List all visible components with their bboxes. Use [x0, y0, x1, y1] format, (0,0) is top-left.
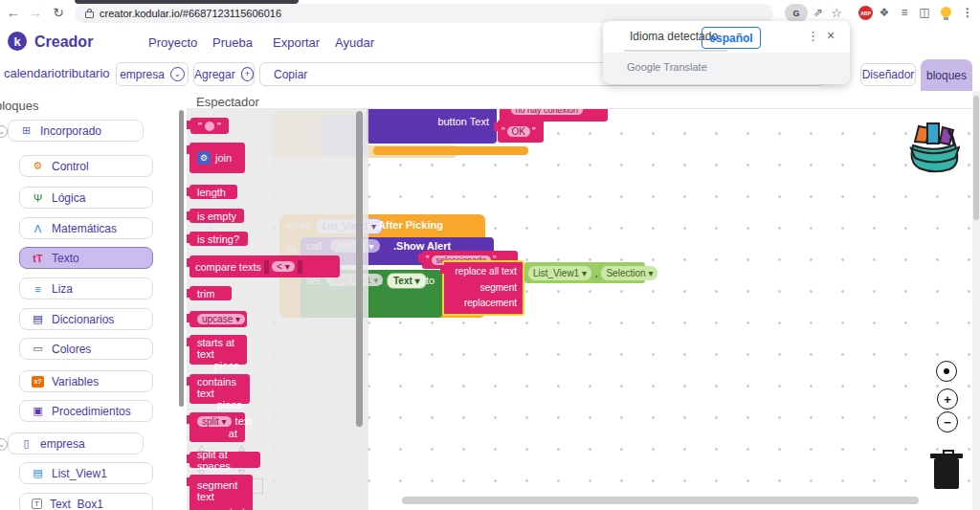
sidebar-item-text-box1[interactable]: T Text_Box1	[19, 493, 153, 510]
kodular-logo[interactable]: k	[8, 32, 27, 51]
replace-label: replace all text	[456, 266, 517, 277]
text-string-block[interactable]: " OK "	[498, 120, 544, 143]
sidebar-item-procedimientos[interactable]: ▣ Procedimientos	[19, 400, 153, 422]
flyout-length-block[interactable]: length	[189, 185, 237, 199]
menu-prueba[interactable]: Prueba	[212, 35, 253, 50]
operator-dropdown[interactable]: < ▾	[272, 261, 295, 272]
translate-options-kebab-icon[interactable]: ⋮	[807, 29, 819, 43]
sidebar-item-label: Diccionarios	[52, 313, 114, 326]
sidebar-item-label: Colores	[52, 343, 91, 356]
property-dropdown[interactable]: Selection ▾	[601, 266, 657, 280]
logic-icon: Ψ	[32, 192, 44, 204]
flyout-empty-string-block[interactable]: " "	[190, 118, 229, 134]
blocks-view-tab[interactable]: bloques	[921, 59, 972, 91]
zoom-in-button[interactable]: +	[937, 388, 958, 410]
sidebar-item-label: Matemáticas	[52, 222, 117, 235]
blocks-workspace[interactable]: title button Text " no hay conexión " " …	[187, 108, 980, 510]
quote-mark: "	[532, 126, 536, 137]
dropdown-value: <	[277, 261, 282, 272]
flyout-compare-texts-block[interactable]: compare texts < ▾	[189, 255, 340, 277]
flyout-trim-block[interactable]: trim	[189, 286, 232, 300]
split-dropdown[interactable]: split ▾	[197, 416, 232, 427]
copy-screen-label: Copiar	[274, 68, 307, 81]
flyout-join-block[interactable]: ⚙ join	[189, 143, 245, 173]
workspace-horizontal-scrollbar[interactable]	[402, 497, 919, 504]
screen-selector-button[interactable]: empresa ⌄	[116, 62, 189, 86]
block-label: piece	[197, 360, 239, 371]
component-dropdown[interactable]: List_View1 ▾	[528, 266, 591, 280]
flyout-starts-at-block[interactable]: starts at text piece	[189, 335, 247, 365]
google-translate-popup: Idioma detectado español ⋮ × Google Tran…	[603, 21, 850, 84]
menu-ayudar[interactable]: Ayudar	[335, 35, 374, 50]
forward-icon[interactable]: →	[27, 5, 44, 20]
sidebar-item-diccionarios[interactable]: ▤ Diccionarios	[19, 308, 153, 330]
replace-all-text-block-selected[interactable]: replace all text segment replacement	[442, 260, 524, 316]
address-bar[interactable]: creator.kodular.io/#6687123115606016	[75, 4, 773, 23]
adblock-extension-icon[interactable]: ABP	[858, 6, 873, 20]
sidebar-item-label: Procedimientos	[52, 405, 131, 418]
component-getter-block[interactable]: List_View1 ▾ . Selection ▾	[524, 262, 645, 283]
sidebar-item-matematicas[interactable]: Λ Matemáticas	[19, 217, 153, 239]
playlist-extension-icon[interactable]: ≡	[897, 6, 912, 19]
builtin-collapse-icon[interactable]: ⌄	[0, 125, 8, 138]
translate-language-button[interactable]: español	[702, 27, 761, 49]
backpack-icon[interactable]	[906, 119, 960, 176]
page-scrollbar-thumb[interactable]	[973, 96, 979, 220]
flyout-scrollbar[interactable]	[356, 111, 363, 427]
sidebar-item-incorporado[interactable]: ⊞ Incorporado	[8, 120, 144, 142]
segment-label: segment	[480, 282, 517, 293]
sidebar-item-logica[interactable]: Ψ Lógica	[19, 187, 153, 209]
flyout-segment-block[interactable]: segment text start	[189, 475, 253, 510]
sidebar-item-label: empresa	[40, 437, 85, 451]
reload-icon[interactable]: ↻	[50, 5, 67, 20]
extensions-puzzle-icon[interactable]: ❖	[877, 6, 892, 19]
string-value: no hay conexión	[511, 108, 584, 115]
translate-close-icon[interactable]: ×	[827, 28, 835, 43]
show-dialog-block[interactable]: title button Text	[367, 108, 497, 144]
sidebar-item-texto[interactable]: tT Texto	[19, 247, 153, 269]
add-screen-button[interactable]: Agregar +	[193, 62, 255, 86]
quote-mark: "	[198, 121, 202, 132]
center-blocks-button[interactable]	[936, 361, 957, 382]
case-dropdown[interactable]: upcase ▾	[197, 314, 245, 324]
block-label: segment text	[197, 479, 245, 502]
screen-icon: ▯	[20, 437, 33, 450]
flyout-split-at-spaces-block[interactable]: split at spaces	[189, 452, 260, 468]
dot-separator: .	[380, 275, 383, 286]
input-socket	[298, 260, 302, 274]
lightbulb-extension-icon[interactable]	[941, 7, 951, 17]
sidebar-item-colores[interactable]: ▭ Colores	[19, 338, 153, 360]
sidebar-item-liza[interactable]: ≡ Liza	[19, 277, 153, 299]
url-text[interactable]: creator.kodular.io/#6687123115606016	[100, 8, 281, 19]
share-icon[interactable]: ⇗	[811, 6, 826, 19]
back-icon[interactable]: ←	[5, 5, 22, 20]
event-block-footer[interactable]	[373, 146, 528, 155]
trash-can-button[interactable]	[934, 458, 959, 489]
property-dropdown[interactable]: Text ▾	[387, 273, 427, 289]
flyout-is-string-block[interactable]: is string?	[189, 232, 248, 246]
control-icon: ⚙	[32, 160, 44, 172]
screen-collapse-icon[interactable]: ⌄	[0, 438, 8, 451]
sidebar-item-list-view1[interactable]: ▤ List_View1	[19, 462, 153, 484]
sidebar-item-empresa[interactable]: ▯ empresa	[8, 432, 144, 455]
menu-exportar[interactable]: Exportar	[273, 35, 320, 50]
flyout-is-empty-block[interactable]: is empty	[189, 209, 244, 223]
sidebar-item-variables[interactable]: x? Variables	[19, 370, 153, 392]
menu-proyecto[interactable]: Proyecto	[148, 35, 197, 50]
block-label: is empty	[197, 211, 236, 222]
flyout-upcase-block[interactable]: upcase ▾	[189, 311, 247, 327]
dropdown-caret-icon: ▾	[415, 276, 420, 286]
sidebar-scrollbar[interactable]	[179, 110, 184, 407]
flyout-split-block[interactable]: split ▾ text at	[189, 412, 245, 442]
block-label: starts at text	[197, 337, 239, 360]
bookmark-star-icon[interactable]: ☆	[829, 6, 844, 20]
browser-menu-kebab-icon[interactable]: ⋮	[960, 6, 975, 19]
flyout-contains-block[interactable]: contains text piece	[189, 374, 250, 404]
zoom-out-button[interactable]: −	[937, 411, 958, 432]
dropdown-caret-icon: ▾	[222, 416, 227, 427]
side-panel-icon[interactable]: ◫	[917, 6, 932, 19]
designer-view-button[interactable]: Diseñador	[860, 63, 916, 86]
translate-icon[interactable]: G	[785, 4, 808, 22]
sidebar-item-control[interactable]: ⚙ Control	[19, 155, 153, 177]
mutator-gear-icon[interactable]: ⚙	[197, 151, 211, 165]
